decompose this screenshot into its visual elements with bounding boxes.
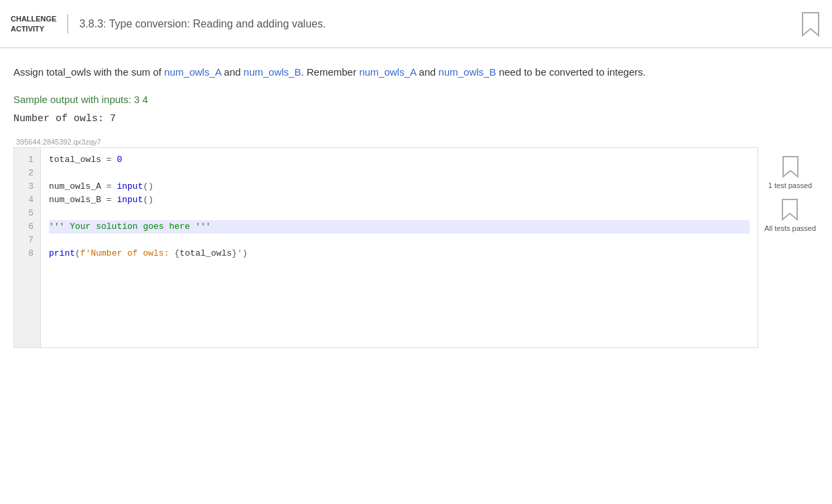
bookmark-icon[interactable] (800, 11, 821, 37)
code-section: 395644.2845392.qx3zqy7 1 2 3 4 5 6 7 8 (13, 138, 819, 348)
test2-icon (780, 198, 799, 221)
highlight-num-owls-a: num_owls_A (164, 66, 221, 78)
main-content: Assign total_owls with the sum of num_ow… (0, 48, 832, 359)
desc-text-before: Assign total_owls with the sum of (13, 66, 164, 78)
code-line-5 (49, 207, 750, 220)
test1-badge: 1 test passed (768, 155, 812, 190)
desc-text-remember: . Remember (301, 66, 359, 78)
code-line-6: ''' Your solution goes here ''' (49, 220, 750, 234)
svg-marker-0 (803, 13, 819, 35)
test2-badge: All tests passed (764, 198, 816, 233)
test1-label: 1 test passed (768, 181, 812, 190)
code-line-7 (49, 234, 750, 247)
sample-label: Sample output with inputs: 3 4 (13, 94, 819, 105)
header: CHALLENGE ACTIVITY 3.8.3: Type conversio… (0, 0, 832, 48)
svg-marker-2 (782, 199, 797, 220)
test-sidebar: 1 test passed All tests passed (762, 147, 819, 234)
desc-text-end: need to be converted to integers. (496, 66, 645, 78)
code-line-3: num_owls_A = input() (49, 180, 750, 193)
test1-icon (781, 155, 800, 178)
desc-text-and: and (221, 66, 243, 78)
test2-label: All tests passed (764, 224, 816, 233)
line-numbers: 1 2 3 4 5 6 7 8 (14, 148, 41, 347)
description: Assign total_owls with the sum of num_ow… (13, 64, 819, 80)
code-content[interactable]: total_owls = 0 num_owls_A = input() num_… (41, 148, 758, 347)
highlight-num-owls-a2: num_owls_A (359, 66, 416, 78)
code-line-2 (49, 167, 750, 180)
svg-marker-1 (783, 157, 798, 177)
sample-output: Number of owls: 7 (13, 113, 819, 124)
file-id: 395644.2845392.qx3zqy7 (13, 138, 819, 146)
activity-title: 3.8.3: Type conversion: Reading and addi… (79, 18, 800, 30)
desc-text-and2: and (416, 66, 438, 78)
code-line-8: print(f'Number of owls: {total_owls}') (49, 247, 750, 260)
code-line-1: total_owls = 0 (49, 153, 750, 167)
code-line-4: num_owls_B = input() (49, 193, 750, 207)
challenge-activity-label: CHALLENGE ACTIVITY (11, 14, 68, 33)
highlight-num-owls-b: num_owls_B (244, 66, 301, 78)
code-editor[interactable]: 1 2 3 4 5 6 7 8 total_owls = 0 num_owls_… (13, 147, 758, 348)
highlight-num-owls-b2: num_owls_B (439, 66, 496, 78)
